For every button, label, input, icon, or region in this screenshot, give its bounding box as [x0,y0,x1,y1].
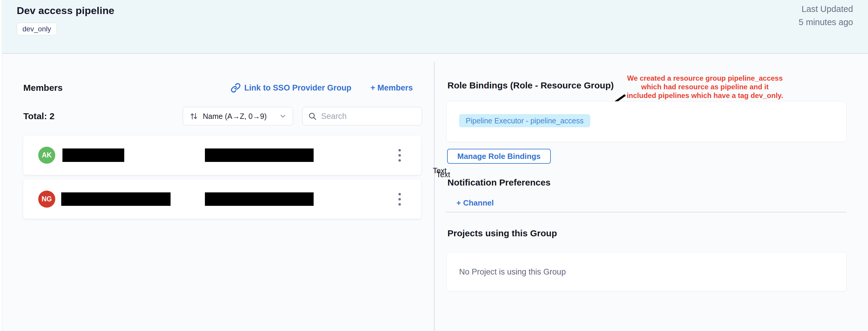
panel-divider [434,62,435,331]
chevron-down-icon [279,112,287,120]
sort-dropdown[interactable]: Name (A→Z, 0→9) [183,107,293,125]
members-heading: Members [23,83,63,93]
kebab-menu-icon[interactable] [395,146,405,165]
role-bindings-heading: Role Bindings (Role - Resource Group) [447,80,614,91]
member-name-redacted [62,148,124,162]
member-name-redacted [61,192,170,206]
member-email-redacted [205,192,314,206]
notification-preferences-heading: Notification Preferences [447,177,551,188]
projects-card: No Project is using this Group [446,252,846,291]
role-bindings-card: Pipeline Executor - pipeline_access [446,101,846,142]
add-channel-button[interactable]: + Channel [456,198,494,208]
annotation-line: which had resource as pipeline and it [621,83,788,91]
last-updated: Last Updated 5 minutes ago [799,2,853,29]
member-row[interactable]: AK [23,136,421,175]
kebab-menu-icon[interactable] [395,189,405,209]
search-icon [308,112,317,121]
avatar: AK [38,147,55,164]
members-header: Members Link to SSO Provider Group + Mem… [23,81,421,94]
last-updated-value: 5 minutes ago [799,16,853,29]
projects-heading: Projects using this Group [447,228,557,238]
stray-text-label: Text [436,170,450,179]
annotation-line: included pipelines which have a tag dev_… [621,91,788,100]
members-total-count: Total: 2 [23,111,54,121]
member-row[interactable]: NG [23,180,421,219]
manage-role-bindings-button[interactable]: Manage Role Bindings [447,149,551,164]
search-input[interactable] [321,112,411,121]
member-email-redacted [205,148,314,162]
avatar: NG [38,190,55,208]
last-updated-label: Last Updated [799,2,853,16]
page-title: Dev access pipeline [17,5,115,17]
sort-selected-value: Name (A→Z, 0→9) [203,112,267,121]
search-box [302,107,422,125]
annotation-line: We created a resource group pipeline_acc… [621,74,788,83]
link-icon [230,83,241,93]
page-edge-strip [0,0,2,331]
section-divider [445,212,846,212]
link-to-sso-provider-group-button[interactable]: Link to SSO Provider Group [230,83,351,93]
group-tag: dev_only [17,23,57,35]
page-header: Dev access pipeline dev_only Last Update… [0,0,868,54]
add-members-button[interactable]: + Members [370,83,413,93]
user-group-detail-page: Dev access pipeline dev_only Last Update… [0,0,868,331]
sort-arrows-icon [189,112,198,121]
role-binding-chip[interactable]: Pipeline Executor - pipeline_access [459,114,590,127]
projects-empty-state: No Project is using this Group [459,252,566,292]
link-to-sso-label: Link to SSO Provider Group [244,83,351,93]
